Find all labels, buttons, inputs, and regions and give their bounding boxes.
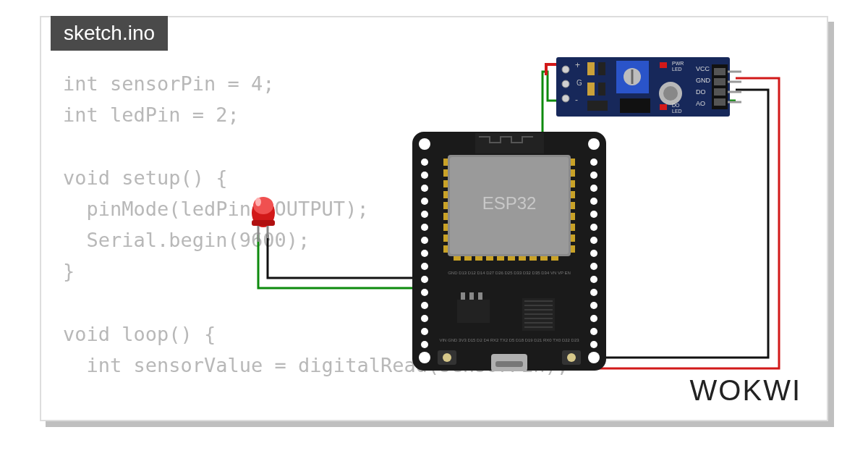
svg-rect-53: [571, 159, 575, 166]
svg-rect-72: [457, 300, 490, 323]
svg-point-31: [590, 224, 597, 231]
svg-rect-52: [443, 245, 448, 253]
svg-rect-100: [598, 83, 605, 96]
svg-point-26: [590, 159, 597, 166]
label-pwr-led: PWR: [672, 61, 684, 66]
pin-labels-top: GND D13 D12 D14 D27 D26 D25 D33 D32 D35 …: [448, 271, 571, 275]
svg-point-91: [562, 66, 569, 73]
svg-rect-3: [252, 220, 275, 226]
svg-point-27: [590, 172, 597, 179]
svg-text:G: G: [576, 79, 582, 87]
label-ao: AO: [696, 100, 705, 107]
svg-rect-45: [443, 169, 448, 177]
label-do-led: DO: [672, 103, 680, 108]
led-red[interactable]: [252, 197, 275, 242]
svg-rect-69: [529, 256, 537, 261]
svg-rect-54: [571, 169, 575, 177]
label-gnd: GND: [696, 77, 711, 84]
svg-text:-: -: [575, 95, 578, 105]
svg-rect-113: [714, 68, 726, 75]
svg-point-11: [421, 159, 428, 166]
reset-button[interactable]: [562, 350, 581, 365]
pin-labels-bottom: VIN GND 3V3 D15 D2 D4 RX2 TX2 D5 D18 D19…: [439, 338, 579, 342]
svg-point-37: [590, 302, 597, 309]
svg-rect-99: [587, 83, 595, 96]
svg-rect-51: [443, 235, 448, 242]
svg-rect-64: [475, 256, 482, 261]
svg-point-7: [419, 138, 430, 150]
svg-point-10: [588, 352, 600, 363]
svg-rect-49: [443, 213, 448, 220]
svg-rect-66: [497, 256, 504, 261]
svg-point-39: [590, 328, 597, 335]
svg-point-40: [590, 341, 597, 348]
svg-rect-61: [571, 245, 575, 253]
svg-rect-63: [464, 256, 472, 261]
svg-rect-56: [571, 191, 575, 198]
svg-rect-62: [454, 256, 461, 261]
svg-rect-97: [587, 62, 595, 75]
svg-rect-114: [714, 78, 726, 85]
svg-text:+: +: [575, 60, 580, 70]
svg-point-13: [421, 185, 428, 192]
svg-point-20: [421, 276, 428, 283]
svg-point-36: [590, 289, 597, 296]
svg-rect-116: [714, 98, 726, 106]
svg-point-89: [567, 353, 576, 362]
svg-rect-75: [478, 292, 482, 300]
svg-point-8: [588, 138, 600, 150]
svg-rect-108: [660, 62, 667, 68]
svg-rect-98: [598, 62, 605, 75]
svg-rect-70: [540, 256, 548, 261]
svg-rect-59: [571, 224, 575, 231]
svg-rect-67: [508, 256, 515, 261]
svg-rect-73: [461, 292, 465, 300]
svg-rect-65: [486, 256, 493, 261]
svg-point-30: [590, 211, 597, 218]
svg-rect-115: [714, 88, 726, 96]
circuit-diagram: ESP32 GND D13 D12 D14 D27 D26 D25 D33 D3…: [41, 17, 830, 423]
file-tab[interactable]: sketch.ino: [51, 16, 168, 51]
svg-point-15: [421, 211, 428, 218]
board-label: ESP32: [482, 193, 537, 213]
svg-point-9: [419, 352, 430, 363]
svg-point-87: [443, 353, 451, 362]
svg-rect-68: [519, 256, 526, 261]
svg-point-21: [421, 289, 428, 296]
svg-rect-58: [571, 213, 575, 220]
svg-point-23: [421, 315, 428, 322]
svg-rect-44: [443, 159, 448, 166]
svg-point-34: [590, 263, 597, 270]
svg-point-28: [590, 185, 597, 192]
svg-point-2: [255, 198, 261, 206]
svg-point-22: [421, 302, 428, 309]
svg-point-107: [663, 86, 678, 101]
svg-point-14: [421, 198, 428, 205]
svg-point-17: [421, 237, 428, 244]
svg-rect-109: [660, 104, 667, 110]
esp32-board[interactable]: ESP32 GND D13 D12 D14 D27 D26 D25 D33 D3…: [412, 132, 606, 371]
svg-rect-85: [495, 361, 523, 367]
label-do: DO: [696, 88, 706, 96]
svg-point-38: [590, 315, 597, 322]
svg-point-35: [590, 276, 597, 283]
svg-point-18: [421, 250, 428, 257]
svg-text:LED: LED: [672, 109, 682, 114]
file-tab-label: sketch.ino: [64, 22, 155, 44]
svg-point-12: [421, 172, 428, 179]
svg-point-16: [421, 224, 428, 231]
svg-rect-74: [469, 292, 474, 300]
svg-rect-57: [571, 202, 575, 209]
svg-point-25: [421, 341, 428, 348]
label-vcc: VCC: [696, 65, 710, 72]
sound-sensor-module[interactable]: + - G PWR LED DO LED: [556, 57, 741, 117]
svg-point-32: [590, 237, 597, 244]
wokwi-logo: WOKWI: [690, 374, 801, 407]
boot-button[interactable]: [438, 350, 456, 365]
svg-rect-60: [571, 235, 575, 242]
svg-point-93: [562, 95, 569, 102]
svg-rect-50: [443, 224, 448, 231]
svg-point-29: [590, 198, 597, 205]
svg-rect-101: [587, 101, 608, 111]
svg-rect-47: [443, 191, 448, 198]
